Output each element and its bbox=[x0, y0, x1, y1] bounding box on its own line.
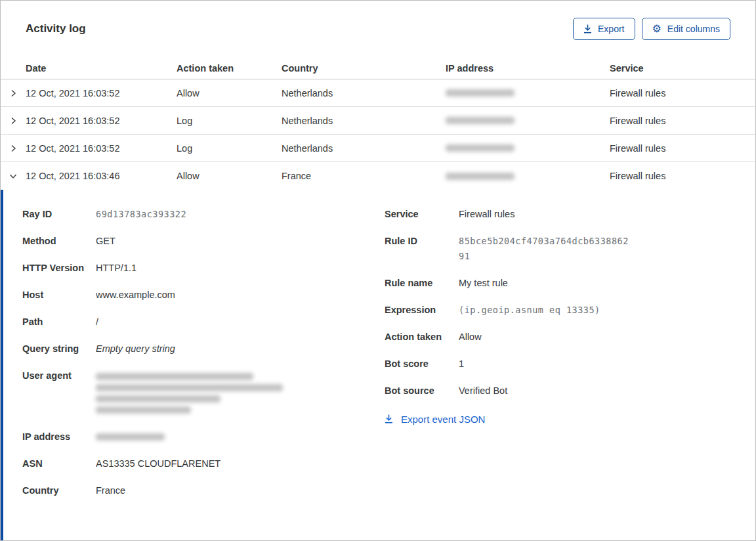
cell-service: Firewall rules bbox=[610, 171, 755, 181]
field-value: HTTP/1.1 bbox=[96, 261, 136, 276]
field-user-agent: User agent bbox=[22, 368, 385, 418]
row-expander-icon[interactable] bbox=[1, 107, 26, 134]
field-label: Method bbox=[22, 234, 96, 249]
cell-country: Netherlands bbox=[282, 88, 446, 98]
table-row[interactable]: 12 Oct, 2021 16:03:52 Log Netherlands Fi… bbox=[1, 135, 755, 162]
field-service: Service Firewall rules bbox=[385, 207, 730, 222]
field-label: Host bbox=[22, 288, 96, 303]
field-label: Rule ID bbox=[385, 234, 459, 249]
field-label: Path bbox=[22, 314, 96, 330]
field-bot-source: Bot source Verified Bot bbox=[385, 383, 730, 399]
download-icon bbox=[385, 414, 393, 424]
cell-date: 12 Oct, 2021 16:03:46 bbox=[26, 171, 177, 181]
cell-country: France bbox=[282, 171, 446, 181]
field-label: IP address bbox=[22, 429, 96, 444]
table-row-expanded[interactable]: 12 Oct, 2021 16:03:46 Allow France Firew… bbox=[1, 162, 755, 190]
field-value: www.example.com bbox=[96, 288, 175, 303]
field-country: Country France bbox=[22, 483, 385, 498]
cell-action-taken: Allow bbox=[177, 88, 282, 98]
field-label: Bot source bbox=[385, 383, 459, 399]
field-label: Ray ID bbox=[22, 207, 96, 222]
cell-action-taken: Log bbox=[177, 116, 282, 126]
column-header-service: Service bbox=[610, 63, 755, 74]
field-label: Action taken bbox=[385, 330, 459, 345]
cell-date: 12 Oct, 2021 16:03:52 bbox=[26, 116, 177, 126]
cell-country: Netherlands bbox=[282, 116, 446, 126]
field-path: Path / bbox=[22, 314, 385, 330]
field-label: User agent bbox=[22, 368, 96, 383]
field-label: ASN bbox=[22, 456, 96, 471]
export-button-label: Export bbox=[598, 24, 624, 34]
field-expression: Expression (ip.geoip.asnum eq 13335) bbox=[385, 303, 730, 318]
field-label: HTTP Version bbox=[22, 261, 96, 276]
field-label: Country bbox=[22, 483, 96, 498]
field-value: GET bbox=[96, 234, 116, 249]
field-value: 1 bbox=[459, 357, 464, 372]
field-asn: ASN AS13335 CLOUDFLARENET bbox=[22, 456, 385, 471]
row-collapse-icon[interactable] bbox=[1, 162, 26, 190]
export-button[interactable]: Export bbox=[573, 18, 635, 40]
table-row[interactable]: 12 Oct, 2021 16:03:52 Allow Netherlands … bbox=[1, 79, 755, 107]
redacted-ip-address bbox=[96, 433, 165, 441]
field-method: Method GET bbox=[22, 234, 385, 249]
gear-icon: ⚙ bbox=[652, 24, 662, 34]
panel-header: Activity log Export ⚙ Edit columns bbox=[1, 1, 755, 37]
cell-date: 12 Oct, 2021 16:03:52 bbox=[26, 88, 177, 98]
row-expander-icon[interactable] bbox=[1, 135, 26, 162]
field-label: Bot score bbox=[385, 357, 459, 372]
column-header-action-taken: Action taken bbox=[177, 63, 282, 74]
field-value: My test rule bbox=[459, 276, 508, 291]
cell-ip-redacted bbox=[446, 117, 610, 124]
cell-action-taken: Log bbox=[177, 143, 282, 154]
field-ip-address: IP address bbox=[22, 429, 385, 444]
field-label: Query string bbox=[22, 341, 96, 357]
table-header-row: Date Action taken Country IP address Ser… bbox=[1, 57, 755, 79]
edit-columns-button[interactable]: ⚙ Edit columns bbox=[642, 18, 731, 40]
cell-country: Netherlands bbox=[282, 143, 446, 154]
detail-column-right: Service Firewall rules Rule ID 85bce5b20… bbox=[385, 207, 730, 540]
field-value: / bbox=[96, 314, 98, 330]
page-title: Activity log bbox=[26, 22, 86, 35]
cell-date: 12 Oct, 2021 16:03:52 bbox=[26, 143, 177, 154]
field-ray-id: Ray ID 69d13783ac393322 bbox=[22, 207, 385, 222]
field-bot-score: Bot score 1 bbox=[385, 357, 730, 372]
field-value: (ip.geoip.asnum eq 13335) bbox=[459, 303, 600, 318]
field-value: Firewall rules bbox=[459, 207, 514, 222]
field-rule-id: Rule ID 85bce5b204cf4703a764dcb633886291 bbox=[385, 234, 730, 264]
cell-service: Firewall rules bbox=[610, 88, 755, 98]
column-header-country: Country bbox=[282, 63, 446, 74]
field-label: Service bbox=[385, 207, 459, 222]
field-value: France bbox=[96, 483, 125, 498]
header-actions: Export ⚙ Edit columns bbox=[573, 18, 730, 40]
cell-ip-redacted bbox=[446, 173, 610, 180]
download-icon bbox=[583, 24, 592, 34]
field-host: Host www.example.com bbox=[22, 288, 385, 303]
field-http-version: HTTP Version HTTP/1.1 bbox=[22, 261, 385, 276]
column-header-date: Date bbox=[26, 63, 177, 74]
export-event-json-label: Export event JSON bbox=[401, 414, 485, 425]
export-event-json-link[interactable]: Export event JSON bbox=[385, 414, 730, 425]
field-label: Expression bbox=[385, 303, 459, 318]
field-value: Empty query string bbox=[96, 341, 175, 357]
cell-service: Firewall rules bbox=[610, 143, 755, 154]
field-value: 69d13783ac393322 bbox=[96, 207, 186, 222]
field-value: Allow bbox=[459, 330, 482, 345]
activity-log-panel: Activity log Export ⚙ Edit columns Date … bbox=[0, 0, 756, 541]
field-value: Verified Bot bbox=[459, 383, 507, 399]
cell-ip-redacted bbox=[446, 144, 610, 152]
cell-service: Firewall rules bbox=[610, 116, 755, 126]
field-label: Rule name bbox=[385, 276, 459, 291]
field-value: 85bce5b204cf4703a764dcb633886291 bbox=[459, 234, 631, 264]
edit-columns-button-label: Edit columns bbox=[667, 24, 720, 34]
event-detail-panel: Ray ID 69d13783ac393322 Method GET HTTP … bbox=[1, 190, 755, 540]
field-value: AS13335 CLOUDFLARENET bbox=[96, 456, 220, 471]
cell-ip-redacted bbox=[446, 89, 610, 97]
column-header-ip-address: IP address bbox=[446, 63, 610, 74]
table-row[interactable]: 12 Oct, 2021 16:03:52 Log Netherlands Fi… bbox=[1, 107, 755, 135]
redacted-user-agent bbox=[96, 368, 283, 418]
detail-column-left: Ray ID 69d13783ac393322 Method GET HTTP … bbox=[22, 207, 385, 540]
row-expander-icon[interactable] bbox=[1, 79, 26, 106]
field-action-taken: Action taken Allow bbox=[385, 330, 730, 345]
field-rule-name: Rule name My test rule bbox=[385, 276, 730, 291]
cell-action-taken: Allow bbox=[177, 171, 282, 181]
